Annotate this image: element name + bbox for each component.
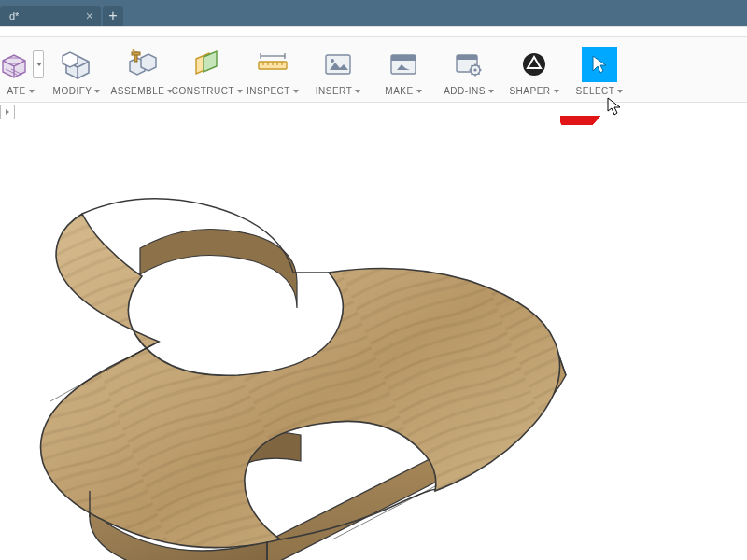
ribbon-select-label: SELECT (576, 86, 615, 96)
make-print-icon (386, 47, 421, 82)
assemble-icon (124, 47, 160, 82)
chevron-down-icon (488, 90, 494, 93)
ribbon-shaper[interactable]: SHAPER (504, 47, 564, 100)
svg-rect-1 (132, 52, 140, 55)
svg-line-26 (471, 73, 472, 74)
ribbon-construct[interactable]: CONSTRUCT (177, 47, 237, 100)
ribbon-shaper-label: SHAPER (509, 86, 550, 96)
chevron-down-icon (293, 90, 299, 93)
chevron-down-icon (355, 90, 360, 93)
svg-point-2 (133, 49, 135, 52)
ribbon-addins[interactable]: ADD-INS (439, 47, 499, 100)
ribbon-select[interactable]: SELECT (570, 47, 629, 100)
ribbon-modify-label: MODIFY (53, 86, 92, 96)
insert-image-icon (320, 47, 356, 82)
svg-point-19 (473, 68, 476, 71)
viewport-3d[interactable] (0, 125, 747, 560)
tab-strip: d* × + (0, 0, 747, 26)
svg-rect-12 (326, 55, 350, 74)
chevron-down-icon (94, 90, 100, 93)
ribbon-create-label: ATE (7, 86, 25, 96)
svg-line-27 (478, 65, 479, 66)
ribbon-modify[interactable]: MODIFY (47, 47, 106, 100)
document-tab-active[interactable]: d* × (0, 6, 101, 26)
ribbon-insert-label: INSERT (316, 86, 353, 96)
svg-rect-17 (457, 55, 477, 60)
chevron-down-icon (416, 90, 422, 93)
history-forward-chip[interactable] (0, 105, 15, 119)
chevron-down-icon (617, 90, 623, 93)
ribbon-toolbar: ATE MODIFY (0, 37, 747, 103)
inspect-ruler-icon (255, 47, 290, 82)
ribbon-create-extra-dropdown[interactable] (33, 50, 44, 78)
chevron-down-icon (29, 90, 35, 93)
cube-create-icon (0, 47, 44, 82)
shaper-origin-icon (516, 47, 552, 82)
ribbon-make-label: MAKE (385, 86, 413, 96)
svg-rect-15 (391, 55, 416, 61)
ribbon-insert[interactable]: INSERT (308, 47, 368, 100)
ribbon-assemble[interactable]: ASSEMBLE (112, 47, 172, 100)
select-cursor-icon (582, 47, 617, 82)
svg-line-25 (478, 73, 479, 74)
addins-gear-icon (451, 47, 486, 82)
breadcrumb-row (0, 103, 747, 119)
document-tab-label: d* (9, 6, 19, 26)
ribbon-assemble-label: ASSEMBLE (111, 86, 165, 96)
svg-line-24 (471, 65, 472, 66)
svg-point-13 (331, 59, 334, 63)
tab-strip-border (0, 26, 747, 37)
ribbon-inspect-label: INSPECT (247, 86, 290, 96)
ribbon-inspect[interactable]: INSPECT (243, 47, 303, 100)
modify-box-icon (59, 47, 94, 82)
ribbon-make[interactable]: MAKE (374, 47, 433, 100)
model-wood-bracket (0, 125, 747, 560)
new-tab-button[interactable]: + (103, 6, 123, 26)
chevron-down-icon (554, 90, 559, 93)
ribbon-create[interactable]: ATE (0, 47, 41, 100)
ribbon-addins-label: ADD-INS (444, 86, 486, 96)
ribbon-construct-label: CONSTRUCT (172, 86, 234, 96)
construct-planes-icon (190, 47, 225, 82)
close-icon[interactable]: × (86, 9, 93, 22)
